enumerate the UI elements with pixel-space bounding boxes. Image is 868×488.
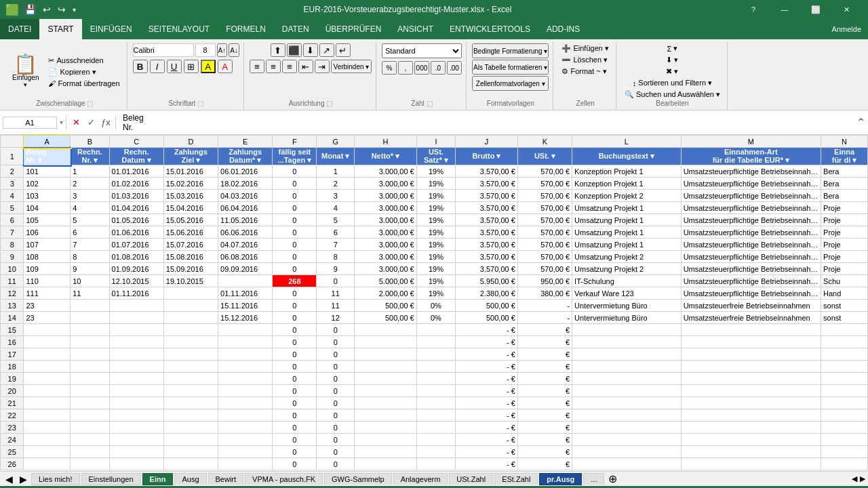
cell-a4[interactable]: 103 [24,190,71,202]
cell-n14[interactable]: sonst [821,312,868,324]
cell-e10[interactable]: 09.09.2016 [218,263,273,275]
cell-f16[interactable]: 0 [273,336,317,348]
col-header-I[interactable]: I [416,136,455,148]
cell-e2[interactable]: 06.01.2016 [218,165,273,178]
cell-m6[interactable]: Umsatzsteuerpflichtige Betriebseinnahmen [681,214,821,226]
cell-c3[interactable]: 01.02.2016 [109,178,163,190]
redo-button[interactable]: ↪ [56,4,67,15]
sheet-tab-vpma[interactable]: VPMA - pausch.FK [245,473,323,485]
cell-f9[interactable]: 0 [273,251,317,263]
conditional-format-button[interactable]: Bedingte Formatierung ▾ [472,43,549,58]
cell-h5[interactable]: 3.000,00 € [355,202,417,214]
scroll-sheet-left[interactable]: ◀ [852,474,857,483]
cell-i25[interactable] [416,446,455,458]
percent-button[interactable]: % [382,61,397,75]
cell-j20[interactable]: - € [456,385,518,397]
cell-i12[interactable]: 19% [416,287,455,300]
cell-b26[interactable] [71,458,109,470]
cut-button[interactable]: ✂Ausschneiden [45,56,122,66]
cell-a2[interactable]: 101 [24,165,71,178]
format-painter-button[interactable]: 🖌Format übertragen [45,79,122,88]
cell-f26[interactable]: 0 [273,458,317,470]
cell-d7[interactable]: 15.06.2016 [163,226,218,239]
cell-d25[interactable] [163,446,218,458]
cell-e12[interactable]: 01.11.2016 [218,287,273,300]
cell-k8[interactable]: 570,00 € [517,239,572,251]
cell-b8[interactable]: 7 [71,239,109,251]
table-row[interactable]: 1600- €€ [1,336,868,348]
cell-j3[interactable]: 3.570,00 € [456,178,518,190]
cell-c21[interactable] [109,397,163,409]
cell-j17[interactable]: - € [456,348,518,361]
cell-i14[interactable]: 0% [416,312,455,324]
cell-b24[interactable] [71,434,109,446]
table-row[interactable]: 3102201.02.201615.02.201618.02.2016023.0… [1,178,868,190]
cell-d13[interactable] [163,300,218,312]
cell-h11[interactable]: 5.000,00 € [355,275,417,287]
table-row[interactable]: 1500- €€ [1,324,868,336]
spreadsheet[interactable]: A B C D E F G H I J K L M N 1 Be [0,135,868,471]
cell-g21[interactable]: 0 [317,397,355,409]
cell-a24[interactable] [24,434,71,446]
cell-g9[interactable]: 8 [317,251,355,263]
cell-l13[interactable]: Untervermietung Büro [572,300,682,312]
cell-reference-input[interactable] [3,117,57,129]
cell-a18[interactable] [24,361,71,373]
cell-k24[interactable]: € [517,434,572,446]
cell-k19[interactable]: € [517,373,572,385]
cell-m16[interactable] [681,336,821,348]
find-select-button[interactable]: 🔍Suchen und Auswählen ▾ [622,89,723,100]
cell-c16[interactable] [109,336,163,348]
cell-d12[interactable] [163,287,218,300]
tab-entwicklertools[interactable]: ENTWICKLERTOOLS [441,19,538,39]
cell-a14[interactable]: 23 [24,312,71,324]
cell-c12[interactable]: 01.11.2016 [109,287,163,300]
cell-m25[interactable] [681,446,821,458]
cell-k9[interactable]: 570,00 € [517,251,572,263]
cell-h24[interactable] [355,434,417,446]
cell-b2[interactable]: 1 [71,165,109,178]
sheet-tab-ausg[interactable]: Ausg [174,473,206,485]
cell-m12[interactable]: Umsatzsteuerpflichtige Betriebseinnahmen [681,287,821,300]
cell-c2[interactable]: 01.01.2016 [109,165,163,178]
format-as-table-button[interactable]: Als Tabelle formatieren ▾ [472,60,549,75]
cell-g11[interactable]: 0 [317,275,355,287]
cell-i8[interactable]: 19% [416,239,455,251]
cell-h18[interactable] [355,361,417,373]
cell-e7[interactable]: 06.06.2016 [218,226,273,239]
cell-h7[interactable]: 3.000,00 € [355,226,417,239]
sheet-tab-gwg[interactable]: GWG-Sammelp [324,473,392,485]
cell-k23[interactable]: € [517,422,572,434]
cell-n11[interactable]: Schu [821,275,868,287]
table-row[interactable]: 1700- €€ [1,348,868,361]
header-einnahmen-art[interactable]: Einnahmen-Artfür die Tabelle EUR* ▾ [681,148,821,165]
increase-indent-button[interactable]: ⇥ [315,60,330,73]
cell-g19[interactable]: 0 [317,373,355,385]
cell-e3[interactable]: 18.02.2016 [218,178,273,190]
cell-k3[interactable]: 570,00 € [517,178,572,190]
cell-n6[interactable]: Proje [821,214,868,226]
cell-m13[interactable]: Umsatzsteuerfreie Betriebseinnahmen [681,300,821,312]
table-row[interactable]: 7106601.06.201615.06.201606.06.2016063.0… [1,226,868,239]
cell-a26[interactable] [24,458,71,470]
tab-einfugen[interactable]: EINFÜGEN [82,19,140,39]
cell-m23[interactable] [681,422,821,434]
insert-cells-button[interactable]: ➕Einfügen ▾ [559,43,611,54]
col-header-A[interactable]: A [24,136,71,148]
table-row[interactable]: 2200- €€ [1,409,868,422]
cell-c18[interactable] [109,361,163,373]
cell-i13[interactable]: 0% [416,300,455,312]
cell-g23[interactable]: 0 [317,422,355,434]
cell-n24[interactable] [821,434,868,446]
header-netto[interactable]: Netto* ▾ [355,148,417,165]
cell-j24[interactable]: - € [456,434,518,446]
quick-access-toolbar[interactable]: 🟩 💾 ↩ ↪ ▾ [5,3,77,16]
col-header-L[interactable]: L [572,136,682,148]
cell-k25[interactable]: € [517,446,572,458]
cell-e8[interactable]: 04.07.2016 [218,239,273,251]
cell-j16[interactable]: - € [456,336,518,348]
cell-c25[interactable] [109,446,163,458]
col-header-J[interactable]: J [456,136,518,148]
table-row[interactable]: 2101101.01.201615.01.201606.01.2016013.0… [1,165,868,178]
cell-b12[interactable]: 11 [71,287,109,300]
